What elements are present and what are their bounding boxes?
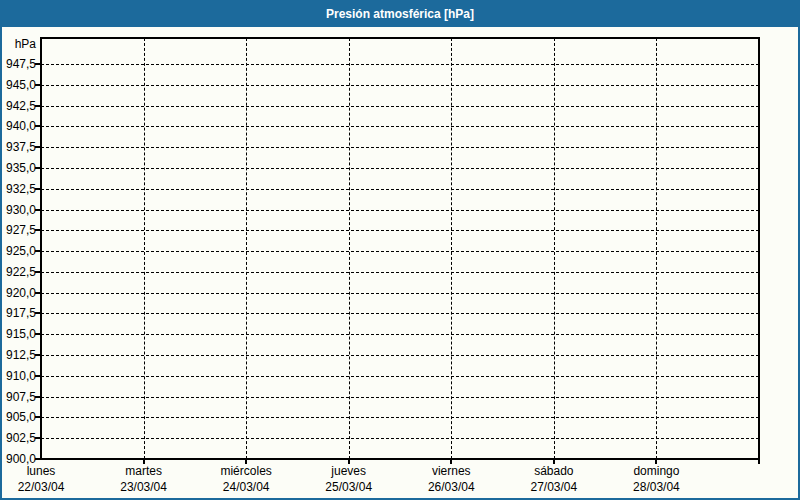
h-gridline [41,126,759,127]
y-axis-tick [35,437,40,439]
h-gridline [41,313,759,314]
y-tick-label: 910,0 [2,369,36,383]
y-tick-label: 917,5 [2,306,36,320]
x-date-label: 28/03/04 [596,480,716,494]
y-axis-tick [35,375,40,377]
y-tick-label: 947,5 [2,57,36,71]
y-axis-tick [35,312,40,314]
h-gridline [41,251,759,252]
h-gridline [41,189,759,190]
h-gridline [41,64,759,65]
h-gridline [41,210,759,211]
y-tick-label: 942,5 [2,99,36,113]
y-tick-label: 925,0 [2,244,36,258]
h-gridline [41,230,759,231]
y-axis-tick [35,63,40,65]
pressure-chart-window: Presión atmosférica [hPa] hPa 947,5945,0… [0,0,800,500]
v-gridline [246,38,247,459]
y-tick-label: 945,0 [2,78,36,92]
y-tick-label: 905,0 [2,410,36,424]
y-axis-tick [35,125,40,127]
h-gridline [41,106,759,107]
x-axis-tick [348,460,350,464]
y-axis-tick [35,333,40,335]
y-tick-label: 935,0 [2,161,36,175]
y-tick-label: 907,5 [2,390,36,404]
x-axis-tick [450,460,452,464]
y-axis-tick [35,250,40,252]
v-gridline [554,38,555,459]
y-tick-label: 940,0 [2,119,36,133]
y-axis-tick [35,416,40,418]
v-gridline [656,38,657,459]
y-tick-label: 927,5 [2,223,36,237]
v-gridline [144,38,145,459]
y-tick-label: 920,0 [2,286,36,300]
y-axis-tick [35,188,40,190]
h-gridline [41,334,759,335]
h-gridline [41,147,759,148]
h-gridline [41,438,759,439]
y-tick-label: 930,0 [2,203,36,217]
h-gridline [41,355,759,356]
y-axis-tick [35,229,40,231]
y-tick-label: 912,5 [2,348,36,362]
y-axis-tick [35,271,40,273]
x-axis-tick [143,460,145,464]
y-tick-label: 902,5 [2,431,36,445]
v-gridline [451,38,452,459]
y-axis-tick [35,458,40,460]
y-axis-tick [35,146,40,148]
h-gridline [41,85,759,86]
y-axis-tick [35,209,40,211]
y-axis-tick [35,84,40,86]
y-axis-tick [35,167,40,169]
x-axis-tick [655,460,657,464]
y-tick-label: 915,0 [2,327,36,341]
y-axis-tick [35,105,40,107]
x-axis-tick [245,460,247,464]
h-gridline [41,293,759,294]
h-gridline [41,168,759,169]
v-gridline [349,38,350,459]
y-tick-label: 937,5 [2,140,36,154]
h-gridline [41,376,759,377]
y-tick-label: 922,5 [2,265,36,279]
h-gridline [41,272,759,273]
x-axis-tick [553,460,555,464]
axis-layer: 947,5945,0942,5940,0937,5935,0932,5930,0… [2,2,798,498]
y-axis-tick [35,396,40,398]
x-day-label: domingo [596,464,716,478]
h-gridline [41,417,759,418]
y-axis-tick [35,292,40,294]
h-gridline [41,397,759,398]
x-axis-tick [758,460,760,464]
y-tick-label: 932,5 [2,182,36,196]
y-axis-tick [35,354,40,356]
